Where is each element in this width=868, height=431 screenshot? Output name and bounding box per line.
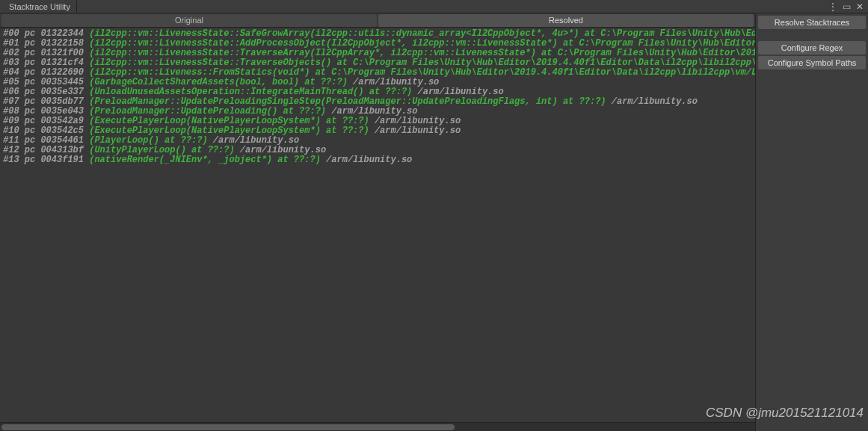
stacktrace-text[interactable]: #00 pc 01322344 (il2cpp::vm::LivenessSta… (0, 28, 755, 422)
configure-symbol-paths-button[interactable]: Configure Symbol Paths (758, 56, 866, 69)
side-panel: Resolve Stacktraces Configure Regex Conf… (756, 13, 868, 431)
more-icon[interactable]: ⋮ (828, 1, 838, 12)
view-tabs: Original Resolved (0, 13, 755, 28)
content-panel: Original Resolved #00 pc 01322344 (il2cp… (0, 13, 756, 431)
maximize-icon[interactable]: ▭ (841, 1, 852, 12)
horizontal-scrollbar[interactable] (0, 422, 755, 431)
titlebar: Stacktrace Utility ⋮ ▭ ✕ (0, 0, 868, 13)
resolve-stacktraces-button[interactable]: Resolve Stacktraces (758, 16, 866, 29)
close-icon[interactable]: ✕ (855, 1, 865, 12)
trace-line: #13 pc 0043f191 (nativeRender(_JNIEnv*, … (3, 155, 752, 165)
window-tab[interactable]: Stacktrace Utility (3, 1, 77, 13)
tab-resolved[interactable]: Resolved (378, 14, 754, 27)
scrollbar-thumb[interactable] (1, 424, 455, 430)
tab-original[interactable]: Original (1, 14, 377, 27)
configure-regex-button[interactable]: Configure Regex (758, 41, 866, 55)
